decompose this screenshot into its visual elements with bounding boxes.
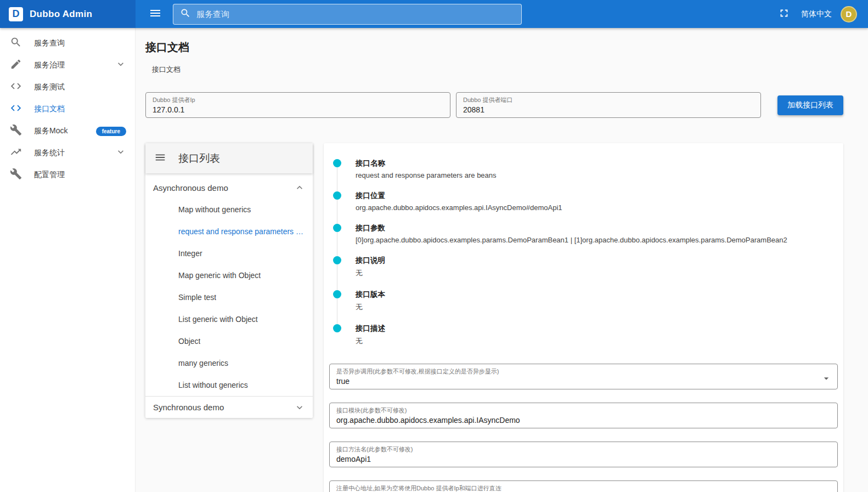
api-list-title: 接口列表 <box>178 151 220 166</box>
timeline-dot-icon <box>333 224 341 232</box>
timeline-label: 接口描述 <box>356 324 838 333</box>
chevron-down-icon <box>115 146 126 160</box>
sidebar-item-label: 服务测试 <box>34 82 65 92</box>
pencil-icon <box>10 58 22 72</box>
service-search-box[interactable] <box>173 4 522 25</box>
fullscreen-button[interactable] <box>776 5 792 23</box>
avatar[interactable]: D <box>841 6 857 22</box>
sidebar-item-label: 配置管理 <box>34 170 65 180</box>
provider-ip-input[interactable] <box>153 105 443 114</box>
dropdown-caret-icon[interactable] <box>821 373 832 386</box>
api-group-synchronous-demo[interactable]: Synchronous demo <box>145 396 313 418</box>
timeline-dot-icon <box>333 191 341 200</box>
provider-port-field[interactable]: Dubbo 提供者端口 <box>456 92 761 118</box>
sidebar-item-service-statistics[interactable]: 服务统计 <box>0 142 135 164</box>
sidebar-item-service-governance[interactable]: 服务治理 <box>0 54 135 76</box>
menu-icon[interactable] <box>154 151 166 166</box>
registry-address-field[interactable]: 注册中心地址,如果为空将使用Dubbo 提供者Ip和端口进行直连 <box>329 480 838 492</box>
api-item[interactable]: many generics <box>145 352 313 374</box>
timeline-dot-icon <box>333 324 341 332</box>
content-columns: 接口列表 Asynchronous demo Map without gener… <box>145 143 843 492</box>
language-selector[interactable]: 简体中文 <box>801 9 832 19</box>
chevron-up-icon <box>294 182 305 193</box>
api-item-selected[interactable]: request and response parameters are bean… <box>145 220 313 242</box>
timeline-label: 接口说明 <box>356 256 838 265</box>
provider-port-input[interactable] <box>463 105 754 114</box>
timeline-value: 无 <box>356 302 838 312</box>
module-label: 接口模块(此参数不可修改) <box>336 406 831 415</box>
api-item[interactable]: Simple test <box>145 286 313 308</box>
timeline-value: 无 <box>356 336 838 346</box>
provider-ip-label: Dubbo 提供者Ip <box>153 96 443 104</box>
timeline-dot-icon <box>333 290 341 298</box>
method-name-label: 接口方法名(此参数不可修改) <box>336 445 831 454</box>
timeline-label: 接口参数 <box>356 223 838 233</box>
api-item-label: Map generic with Object <box>178 271 261 280</box>
search-input[interactable] <box>196 9 515 19</box>
api-item-label: Object <box>178 337 200 346</box>
timeline-item-name: 接口名称 request and response parameters are… <box>356 159 838 179</box>
hamburger-icon <box>149 7 162 21</box>
api-item-label: Simple test <box>178 293 216 302</box>
sidebar-toggle-button[interactable] <box>146 4 164 24</box>
page-title: 接口文档 <box>145 40 843 55</box>
sidebar-item-service-mock[interactable]: 服务Mock feature <box>0 120 135 142</box>
provider-port-label: Dubbo 提供者端口 <box>463 96 754 104</box>
timeline-dot-icon <box>333 159 341 167</box>
api-group-asynchronous-demo[interactable]: Asynchronous demo <box>145 177 313 199</box>
api-item[interactable]: Object <box>145 330 313 352</box>
api-item-label: List generic with Object <box>178 315 258 324</box>
method-name-input[interactable] <box>336 455 831 463</box>
api-group-label: Synchronous demo <box>153 403 224 412</box>
api-item-label: Integer <box>178 249 202 258</box>
sidebar-item-config-management[interactable]: 配置管理 <box>0 164 135 186</box>
timeline-value: [0]org.apache.dubbo.apidocs.examples.par… <box>356 236 838 244</box>
api-list-card: 接口列表 Asynchronous demo Map without gener… <box>145 143 313 418</box>
api-item[interactable]: Map generic with Object <box>145 264 313 286</box>
brand: D Dubbo Admin <box>0 0 136 28</box>
main-content: 接口文档 接口文档 Dubbo 提供者Ip Dubbo 提供者端口 加载接口列表… <box>136 28 868 492</box>
timeline-item-params: 接口参数 [0]org.apache.dubbo.apidocs.example… <box>356 223 838 244</box>
api-detail-card: 接口名称 request and response parameters are… <box>324 143 843 492</box>
provider-ip-field[interactable]: Dubbo 提供者Ip <box>145 92 450 118</box>
app-root: D Dubbo Admin 简体中文 D 服务查询 服务治理 <box>0 0 868 492</box>
timeline-label: 接口位置 <box>356 191 838 201</box>
module-input[interactable] <box>336 416 831 425</box>
api-detail-timeline: 接口名称 request and response parameters are… <box>329 159 838 346</box>
sidebar-item-label: 服务查询 <box>34 38 65 48</box>
sidebar-item-service-test[interactable]: 服务测试 <box>0 76 135 98</box>
sidebar-item-label: 服务Mock <box>34 126 67 136</box>
timeline-item-version: 接口版本 无 <box>356 290 838 312</box>
api-item-label: many generics <box>178 359 228 367</box>
navbar-content: 简体中文 D <box>136 0 868 28</box>
api-item[interactable]: Integer <box>145 242 313 264</box>
search-icon <box>180 8 191 21</box>
api-detail-form: 是否异步调用(此参数不可修改,根据接口定义的是否异步显示) true 接口模块(… <box>329 364 838 492</box>
module-field[interactable]: 接口模块(此参数不可修改) <box>329 403 838 428</box>
timeline-dot-icon <box>333 256 341 264</box>
api-group-label: Asynchronous demo <box>153 183 228 193</box>
api-item[interactable]: List without generics <box>145 374 313 396</box>
timeline-value: request and response parameters are bean… <box>356 171 838 179</box>
provider-form: Dubbo 提供者Ip Dubbo 提供者端口 加载接口列表 <box>145 92 843 118</box>
method-name-field[interactable]: 接口方法名(此参数不可修改) <box>329 442 838 467</box>
sidebar-item-service-search[interactable]: 服务查询 <box>0 32 135 54</box>
chevron-down-icon <box>294 402 305 413</box>
top-navbar: D Dubbo Admin 简体中文 D <box>0 0 868 28</box>
timeline-label: 接口版本 <box>356 290 838 299</box>
api-item[interactable]: Map without generics <box>145 199 313 220</box>
sidebar-item-label: 服务统计 <box>34 148 65 158</box>
async-select-field[interactable]: 是否异步调用(此参数不可修改,根据接口定义的是否异步显示) true <box>329 364 838 389</box>
registry-address-label: 注册中心地址,如果为空将使用Dubbo 提供者Ip和端口进行直连 <box>336 484 831 492</box>
api-tree: Asynchronous demo Map without generics r… <box>145 173 313 418</box>
feature-badge: feature <box>96 127 126 136</box>
search-icon <box>10 36 22 50</box>
wrench-icon <box>10 168 22 182</box>
breadcrumb: 接口文档 <box>152 65 843 75</box>
load-api-list-button[interactable]: 加载接口列表 <box>777 95 843 115</box>
code-icon <box>10 80 22 94</box>
api-item[interactable]: List generic with Object <box>145 308 313 330</box>
sidebar-item-api-docs[interactable]: 接口文档 <box>0 98 135 120</box>
wrench-icon <box>10 124 22 138</box>
timeline-item-location: 接口位置 org.apache.dubbo.apidocs.examples.a… <box>356 191 838 212</box>
